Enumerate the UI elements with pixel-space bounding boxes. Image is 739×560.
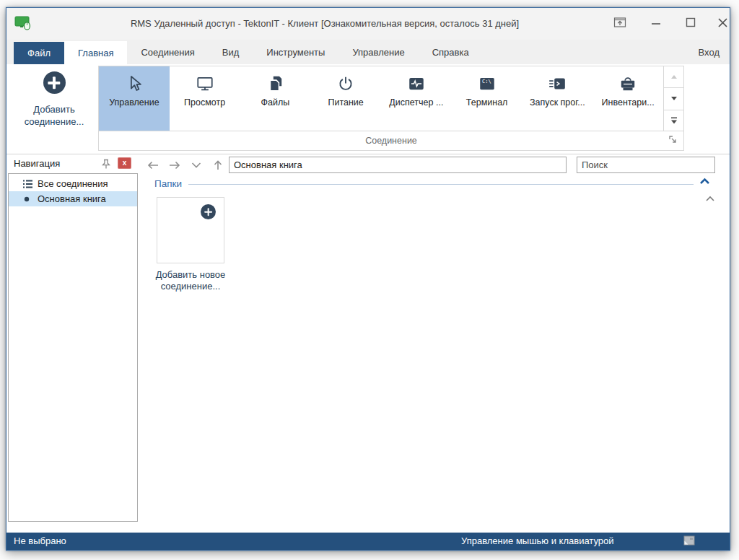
files-icon [266, 72, 284, 95]
status-bar: Не выбрано Управление мышью и клавиатуро… [6, 533, 730, 550]
collapse-ribbon-icon[interactable] [705, 196, 718, 206]
run-program-icon [548, 72, 567, 95]
title-bar: RMS Удаленный доступ - TektonIT - Клиент… [6, 8, 730, 40]
ribbon: Добавить соединение... Управление [6, 64, 730, 154]
history-toolbar [142, 157, 229, 174]
list-icon [22, 179, 33, 189]
connections-tree: Все соединения Основная книга [8, 173, 138, 522]
fullscreen-toggle-icon[interactable] [611, 14, 629, 31]
tab-instrumenty[interactable]: Инструменты [253, 40, 338, 64]
scroll-down-icon[interactable] [664, 88, 683, 110]
collapse-section-icon[interactable] [699, 178, 712, 188]
add-connection-button[interactable]: Добавить соединение... [11, 67, 97, 128]
up-level-icon[interactable] [207, 157, 229, 174]
window-title: RMS Удаленный доступ - TektonIT - Клиент… [50, 18, 600, 29]
tab-spravka[interactable]: Справка [419, 40, 483, 64]
login-button[interactable]: Вход [699, 40, 720, 64]
bullet-icon [22, 196, 33, 203]
navigation-panel-title: Навигация [14, 158, 60, 169]
folders-section-label: Папки [154, 178, 182, 189]
ribbon-tab-row: Файл Главная Соединения Вид Инструменты … [6, 40, 730, 64]
app-logo-icon [14, 15, 33, 31]
cursor-icon [126, 72, 143, 95]
ribbon-group-connection: Управление Просмотр [98, 66, 684, 151]
plus-icon [201, 204, 216, 219]
address-input[interactable] [229, 157, 567, 173]
search-input[interactable] [577, 157, 715, 173]
ribbon-button-dispetcher[interactable]: Диспетчер ... [381, 66, 452, 131]
forward-icon[interactable] [164, 157, 185, 174]
tab-vid[interactable]: Вид [209, 40, 253, 64]
monitor-icon [196, 72, 214, 95]
ribbon-button-pitanie[interactable]: Питание [310, 66, 381, 131]
add-new-connection-tile[interactable] [157, 197, 224, 263]
screen-mode-icon[interactable] [683, 535, 696, 546]
ribbon-button-upravlenie[interactable]: Управление [99, 66, 170, 131]
control-mode-status: Управление мышью и клавиатурой [461, 535, 614, 546]
power-icon [337, 72, 354, 95]
ribbon-button-inventarizaciya[interactable]: Инвентари... [592, 66, 663, 131]
history-dropdown-icon[interactable] [185, 157, 207, 174]
maximize-icon[interactable] [682, 14, 699, 31]
scroll-up-icon[interactable] [664, 66, 683, 88]
dialog-launcher-icon[interactable] [668, 135, 678, 145]
section-divider [188, 184, 694, 185]
close-navigation-button[interactable]: x [118, 157, 131, 169]
tab-soedineniya[interactable]: Соединения [127, 40, 208, 64]
tab-glavnaya[interactable]: Главная [64, 41, 127, 64]
ribbon-scroll-strip [663, 66, 683, 131]
add-new-connection-label: Добавить новое соединение... [146, 269, 235, 292]
ribbon-button-prosmotr[interactable]: Просмотр [170, 66, 240, 131]
tree-item-main-book[interactable]: Основная книга [9, 191, 137, 206]
ribbon-button-faily[interactable]: Файлы [240, 66, 311, 131]
scroll-page-down-icon[interactable] [664, 110, 683, 131]
ribbon-button-zapusk-programm[interactable]: Запуск прог... [522, 66, 593, 131]
back-icon[interactable] [142, 157, 164, 174]
app-window: RMS Удаленный доступ - TektonIT - Клиент… [6, 7, 730, 551]
terminal-icon: C:\ [478, 72, 497, 95]
pin-icon[interactable] [99, 157, 113, 171]
tab-file[interactable]: Файл [14, 42, 64, 64]
ribbon-button-terminal[interactable]: C:\ Терминал [452, 66, 522, 131]
tab-upravlenie[interactable]: Управление [338, 40, 418, 64]
ribbon-group-label: Соединение [99, 131, 683, 150]
plus-icon [43, 71, 66, 94]
inventory-icon [618, 72, 637, 95]
svg-text:C:\: C:\ [482, 78, 491, 84]
close-icon[interactable] [714, 14, 731, 31]
task-manager-icon [407, 72, 426, 95]
minimize-icon[interactable] [647, 14, 665, 31]
selection-status: Не выбрано [14, 535, 66, 546]
tree-item-all-connections[interactable]: Все соединения [9, 176, 137, 191]
